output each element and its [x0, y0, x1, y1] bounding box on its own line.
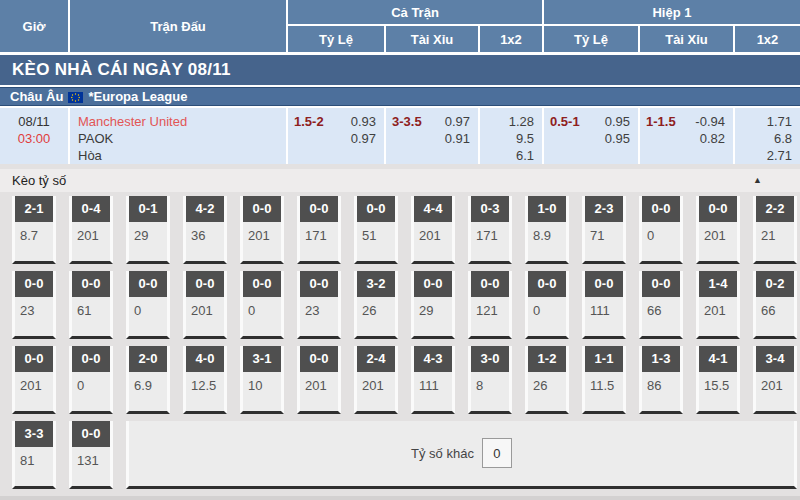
full-handicap-cell[interactable]: 1.5-2 0.93 0.97	[288, 108, 386, 164]
score-bet-cell[interactable]: 0-0201	[183, 271, 227, 339]
other-score-value-box[interactable]: 0	[482, 438, 512, 468]
full-1x2-draw[interactable]: 6.1	[480, 147, 534, 164]
score-tile[interactable]: 0-0	[471, 271, 509, 297]
score-bet-cell[interactable]: 0-066	[639, 271, 683, 339]
score-tile[interactable]: 0-3	[471, 196, 509, 222]
score-tile[interactable]: 2-3	[585, 196, 623, 222]
score-tile[interactable]: 0-0	[300, 196, 338, 222]
score-tile[interactable]: 2-0	[129, 346, 167, 372]
score-bet-cell[interactable]: 0-0201	[240, 196, 284, 264]
score-bet-cell[interactable]: 2-371	[582, 196, 626, 264]
score-bet-cell[interactable]: 3-4201	[753, 346, 797, 414]
score-bet-cell[interactable]: 1-111.5	[582, 346, 626, 414]
away-team[interactable]: PAOK	[78, 130, 286, 147]
score-tile[interactable]: 3-4	[756, 346, 794, 372]
score-bet-cell[interactable]: 0-023	[12, 271, 56, 339]
score-bet-cell[interactable]: 4-236	[183, 196, 227, 264]
full-1x2-away[interactable]: 9.5	[480, 130, 534, 147]
score-tile[interactable]: 4-4	[414, 196, 452, 222]
score-tile[interactable]: 0-1	[129, 196, 167, 222]
score-bet-cell[interactable]: 2-06.9	[126, 346, 170, 414]
half-handicap-odds-away[interactable]: 0.95	[605, 130, 630, 147]
score-tile[interactable]: 2-2	[756, 196, 794, 222]
score-bet-cell[interactable]: 4-012.5	[183, 346, 227, 414]
score-tile[interactable]: 1-0	[528, 196, 566, 222]
score-tile[interactable]: 2-4	[357, 346, 395, 372]
full-over-odds[interactable]: 0.97	[445, 113, 470, 130]
score-bet-cell[interactable]: 4-115.5	[696, 346, 740, 414]
score-tile[interactable]: 3-0	[471, 346, 509, 372]
score-tile[interactable]: 3-1	[243, 346, 281, 372]
score-tile[interactable]: 0-0	[300, 346, 338, 372]
score-tile[interactable]: 0-0	[186, 271, 224, 297]
score-bet-cell[interactable]: 0-0201	[12, 346, 56, 414]
score-tile[interactable]: 4-0	[186, 346, 224, 372]
score-bet-cell[interactable]: 0-0121	[468, 271, 512, 339]
full-overunder-cell[interactable]: 3-3.5 0.97 0.91	[386, 108, 480, 164]
full-1x2-home[interactable]: 1.28	[480, 113, 534, 130]
score-bet-cell[interactable]: 4-3111	[411, 346, 455, 414]
score-tile[interactable]: 0-0	[699, 196, 737, 222]
score-bet-cell[interactable]: 0-00	[240, 271, 284, 339]
score-bet-cell[interactable]: 0-061	[69, 271, 113, 339]
other-score-cell[interactable]: Tỷ số khác0	[126, 421, 797, 489]
score-tile[interactable]: 0-0	[243, 196, 281, 222]
score-tile[interactable]: 1-1	[585, 346, 623, 372]
score-tile[interactable]: 0-0	[300, 271, 338, 297]
half-1x2-cell[interactable]: 1.71 6.8 2.71	[735, 108, 800, 164]
score-bet-cell[interactable]: 0-00	[639, 196, 683, 264]
score-tile[interactable]: 0-0	[528, 271, 566, 297]
score-bet-cell[interactable]: 0-0131	[69, 421, 113, 489]
full-under-odds[interactable]: 0.91	[445, 130, 470, 147]
score-tile[interactable]: 3-2	[357, 271, 395, 297]
score-bet-cell[interactable]: 0-00	[126, 271, 170, 339]
score-tile[interactable]: 0-0	[72, 346, 110, 372]
home-team[interactable]: Manchester United	[78, 113, 286, 130]
score-bet-cell[interactable]: 0-3171	[468, 196, 512, 264]
score-bet-cell[interactable]: 1-226	[525, 346, 569, 414]
score-tile[interactable]: 1-2	[528, 346, 566, 372]
half-over-odds[interactable]: -0.94	[695, 113, 725, 130]
score-bet-cell[interactable]: 3-226	[354, 271, 398, 339]
full-handicap-odds-home[interactable]: 0.93	[351, 113, 376, 130]
half-handicap-odds-home[interactable]: 0.95	[605, 113, 630, 130]
score-bet-cell[interactable]: 0-00	[69, 346, 113, 414]
score-tile[interactable]: 1-4	[699, 271, 737, 297]
collapse-triangle-icon[interactable]: ▲	[753, 175, 762, 185]
score-tile[interactable]: 0-0	[642, 196, 680, 222]
score-tile[interactable]: 4-1	[699, 346, 737, 372]
score-bet-cell[interactable]: 0-00	[525, 271, 569, 339]
score-tile[interactable]: 4-3	[414, 346, 452, 372]
score-tile[interactable]: 4-2	[186, 196, 224, 222]
half-1x2-away[interactable]: 6.8	[735, 130, 792, 147]
score-bet-cell[interactable]: 0-0201	[696, 196, 740, 264]
score-bet-cell[interactable]: 0-023	[297, 271, 341, 339]
score-tile[interactable]: 0-0	[72, 421, 110, 447]
half-1x2-home[interactable]: 1.71	[735, 113, 792, 130]
score-tile[interactable]: 0-0	[129, 271, 167, 297]
score-tile[interactable]: 0-4	[72, 196, 110, 222]
score-tile[interactable]: 0-0	[15, 271, 53, 297]
score-bet-cell[interactable]: 3-110	[240, 346, 284, 414]
full-1x2-cell[interactable]: 1.28 9.5 6.1	[480, 108, 544, 164]
score-tile[interactable]: 0-0	[585, 271, 623, 297]
score-tile[interactable]: 0-0	[642, 271, 680, 297]
score-bet-cell[interactable]: 3-381	[12, 421, 56, 489]
score-tile[interactable]: 0-0	[243, 271, 281, 297]
score-bet-cell[interactable]: 1-4201	[696, 271, 740, 339]
score-bet-cell[interactable]: 2-4201	[354, 346, 398, 414]
score-tile[interactable]: 0-0	[15, 346, 53, 372]
half-handicap-cell[interactable]: 0.5-1 0.95 0.95	[544, 108, 640, 164]
score-tile[interactable]: 0-0	[357, 196, 395, 222]
half-1x2-draw[interactable]: 2.71	[735, 147, 792, 164]
score-bet-cell[interactable]: 0-129	[126, 196, 170, 264]
score-bet-cell[interactable]: 1-386	[639, 346, 683, 414]
score-tile[interactable]: 2-1	[15, 196, 53, 222]
score-tile[interactable]: 0-0	[414, 271, 452, 297]
score-bet-cell[interactable]: 0-0111	[582, 271, 626, 339]
score-bet-cell[interactable]: 0-0201	[297, 346, 341, 414]
score-bet-cell[interactable]: 2-221	[753, 196, 797, 264]
score-bet-cell[interactable]: 2-18.7	[12, 196, 56, 264]
score-tile[interactable]: 3-3	[15, 421, 53, 447]
score-bet-cell[interactable]: 0-051	[354, 196, 398, 264]
